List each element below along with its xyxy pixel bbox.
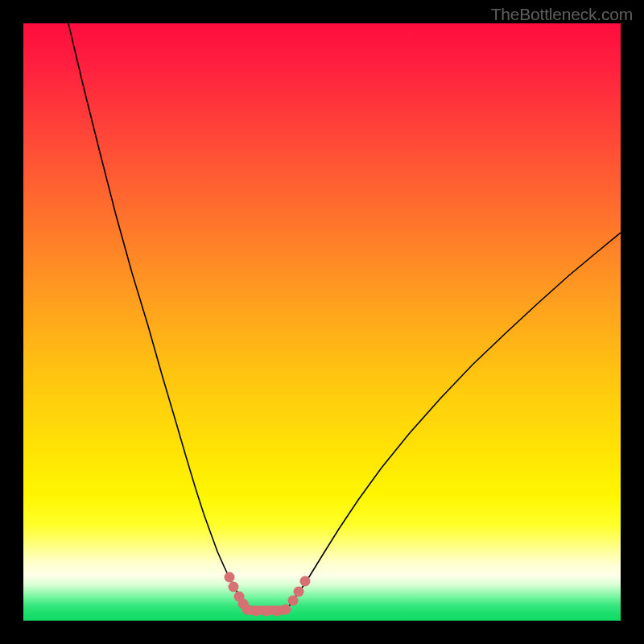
highlight-dots-group	[225, 572, 311, 617]
chart-frame: TheBottleneck.com	[0, 0, 644, 644]
highlight-dot	[251, 606, 262, 617]
plot-area	[23, 23, 621, 621]
highlight-dot	[300, 576, 311, 587]
highlight-dot	[281, 605, 291, 615]
left-branch-curve	[68, 23, 249, 610]
right-branch-curve	[286, 233, 621, 610]
highlight-dot	[272, 606, 283, 617]
curve-layer	[23, 23, 621, 621]
highlight-dot	[294, 587, 304, 597]
highlight-dot	[242, 605, 253, 615]
highlight-dot	[262, 606, 272, 617]
highlight-dot	[288, 596, 299, 606]
highlight-dot	[229, 582, 239, 592]
watermark-text: TheBottleneck.com	[491, 5, 633, 24]
highlight-dot	[225, 572, 235, 583]
